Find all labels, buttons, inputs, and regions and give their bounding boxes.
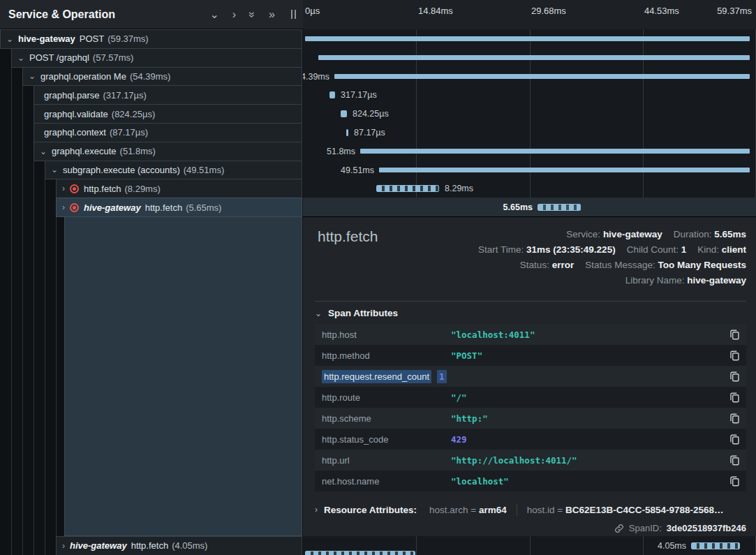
tree-row[interactable]: graphql.validate(824.25µs): [34, 104, 302, 124]
span-duration: (4.05ms): [172, 540, 207, 551]
span-label: subgraph.execute (accounts): [63, 165, 180, 175]
chevron-down-icon[interactable]: ⌄: [209, 9, 218, 20]
tree-row[interactable]: graphql.parse(317.17µs): [34, 85, 302, 105]
span-duration-bar[interactable]: [376, 185, 439, 192]
chevron-right-icon[interactable]: ›: [232, 9, 236, 20]
attribute-row: http.url"http://localhost:4011/": [315, 450, 746, 471]
timeline-panel: 0µs14.84ms29.68ms44.53ms59.37ms 54.39ms3…: [303, 0, 756, 555]
copy-icon[interactable]: [730, 476, 739, 487]
span-duration-bar[interactable]: [329, 91, 335, 98]
span-duration-bar[interactable]: [346, 129, 348, 136]
span-attributes-section-header[interactable]: ⌄Span Attributes: [315, 308, 398, 318]
span-duration-bar[interactable]: [538, 204, 581, 211]
span-attributes-title: Span Attributes: [328, 308, 398, 318]
attribute-key: http.method: [322, 350, 451, 361]
span-duration-bar[interactable]: [305, 36, 750, 41]
span-duration: (54.39ms): [130, 71, 171, 82]
separator: [517, 504, 517, 516]
chevron-right-icon: ›: [315, 505, 318, 515]
copy-icon[interactable]: [730, 330, 739, 340]
panel-title: Service & Operation: [8, 8, 115, 21]
attribute-key: http.host: [322, 330, 451, 340]
span-duration-bar[interactable]: [360, 149, 750, 154]
service-name: hive-gateway: [18, 34, 75, 44]
attribute-row: http.scheme"http:": [315, 408, 746, 429]
copy-icon[interactable]: [730, 455, 739, 466]
service-name: hive-gateway: [70, 540, 127, 551]
link-icon[interactable]: [614, 524, 624, 533]
chevron-down-icon[interactable]: ⌄: [29, 71, 36, 81]
span-duration: (59.37ms): [108, 34, 149, 44]
attribute-key: http.request.resend_count: [322, 370, 431, 383]
double-chevron-right-icon[interactable]: »: [269, 9, 275, 20]
indent-guide: [45, 161, 45, 555]
copy-icon[interactable]: [730, 413, 739, 424]
tree-row[interactable]: ›http.fetch(8.29ms): [56, 179, 302, 198]
resource-attributes-section-header[interactable]: › Resource Attributes: host.arch = arm64…: [315, 498, 746, 521]
attribute-value: 429: [451, 434, 467, 445]
meta-field: Service: hive-gateway: [566, 229, 662, 239]
span-duration-bar[interactable]: [379, 168, 750, 172]
timeline-row: 5.65ms: [303, 198, 756, 216]
chevron-down-icon[interactable]: ⌄: [51, 165, 58, 175]
copy-icon[interactable]: [730, 434, 739, 445]
meta-field: Kind: client: [697, 244, 746, 255]
span-duration-bar[interactable]: [334, 74, 750, 79]
span-detail-title: http.fetch: [318, 228, 378, 245]
bar-duration-label: 54.39ms: [303, 72, 329, 82]
chevron-right-icon[interactable]: ›: [62, 541, 65, 551]
tree-row[interactable]: ›hive-gatewayhttp.fetch(4.05ms): [56, 536, 302, 555]
resource-attributes-preview: host.arch = arm64host.id = BC62E13B-C4CC…: [429, 504, 724, 516]
attribute-key: http.url: [322, 455, 451, 466]
tree-row[interactable]: ⌄POST /graphql(57.57ms): [11, 48, 302, 68]
chevron-down-icon[interactable]: ⌄: [17, 53, 24, 63]
panel-resize-handle[interactable]: [291, 10, 296, 19]
tree-row[interactable]: ⌄subgraph.execute (accounts)(49.51ms): [45, 161, 302, 180]
tree-row[interactable]: ⌄hive-gatewayPOST(59.37ms): [0, 29, 302, 49]
tree-row[interactable]: graphql.context(87.17µs): [34, 123, 302, 142]
chevron-down-icon[interactable]: ⌄: [6, 34, 13, 44]
copy-icon[interactable]: [730, 350, 739, 361]
span-label: POST /graphql: [29, 52, 89, 63]
divider: [315, 301, 746, 302]
chevron-down-icon[interactable]: ⌄: [40, 147, 47, 156]
span-duration: (824.25µs): [112, 109, 155, 119]
span-duration-bar[interactable]: [691, 542, 740, 549]
attribute-row: http.status_code429: [315, 429, 746, 450]
tree-header: Service & Operation ⌄ › » »: [0, 0, 303, 29]
span-duration-bar[interactable]: [305, 551, 415, 555]
meta-field: Status: error: [520, 260, 574, 270]
span-label: http.fetch: [145, 202, 182, 213]
chevron-right-icon[interactable]: ›: [62, 184, 65, 193]
tree-row[interactable]: ⌄graphql.operation Me(54.39ms): [22, 67, 302, 87]
copy-icon[interactable]: [730, 371, 739, 382]
tree-row[interactable]: ⌄graphql.execute(51.8ms): [34, 142, 302, 161]
span-duration-bar[interactable]: [341, 110, 347, 117]
spanid-value: 3de02518937fb246: [667, 523, 746, 533]
resource-attribute: host.arch = arm64: [429, 505, 507, 515]
timeline-row: [303, 29, 756, 48]
timeline-row: 8.29ms: [303, 179, 756, 198]
attribute-value: "http:": [451, 413, 488, 424]
chevron-right-icon[interactable]: ›: [62, 202, 65, 212]
copy-icon[interactable]: [730, 392, 739, 403]
indent-guide: [11, 48, 12, 555]
attribute-key: http.route: [322, 392, 451, 403]
span-detail-panel: http.fetch Service: hive-gatewayDuration…: [303, 216, 756, 536]
span-tree-panel: Service & Operation ⌄ › » » ⌄hive-gatewa…: [0, 0, 303, 555]
span-duration: (51.8ms): [120, 146, 156, 156]
span-label: graphql.validate: [44, 109, 108, 119]
meta-field: Status Message: Too Many Requests: [585, 260, 746, 270]
span-duration-bar[interactable]: [318, 55, 750, 60]
bar-duration-label: 87.17µs: [354, 128, 385, 138]
span-duration: (5.65ms): [186, 202, 221, 213]
attribute-value: "localhost:4011": [451, 330, 535, 340]
tree-row[interactable]: ›hive-gatewayhttp.fetch(5.65ms): [56, 198, 302, 217]
attribute-value: 1: [437, 370, 447, 383]
attribute-row: http.request.resend_count1: [315, 366, 746, 387]
double-chevron-down-icon[interactable]: »: [247, 11, 258, 17]
attribute-value: "POST": [451, 350, 482, 361]
attribute-row: http.host"localhost:4011": [315, 324, 746, 345]
meta-field: Start Time: 31ms (23:35:49.225): [478, 244, 616, 255]
chevron-down-icon: ⌄: [315, 309, 322, 318]
